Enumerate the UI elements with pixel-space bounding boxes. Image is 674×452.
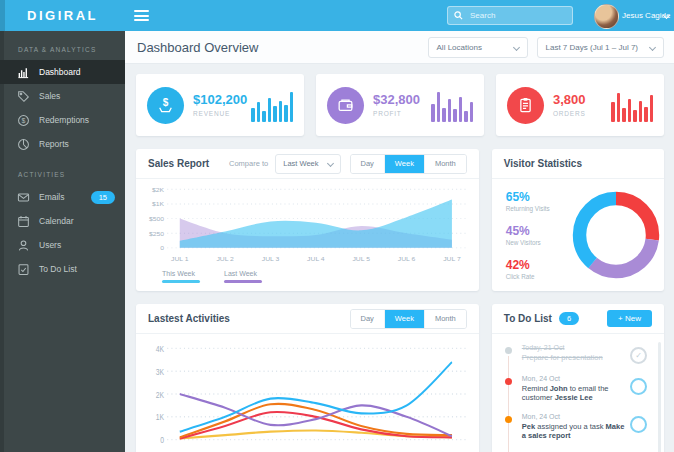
stat-value: $32,800 [373,93,420,107]
svg-text:JUL 5: JUL 5 [352,255,370,262]
sidebar-item-label: Emails [39,192,65,202]
date-range-select[interactable]: Last 7 Days (Jul 1 – Jul 7) [537,37,664,58]
svg-text:$500: $500 [149,215,165,222]
sidebar-item-calendar[interactable]: Calendar [0,209,125,233]
svg-text:$2K: $2K [152,186,165,193]
legend-label: This Week [162,270,200,277]
sidebar-item-reports[interactable]: Reports [0,132,125,156]
todo-icon [17,263,30,276]
search-input[interactable] [468,10,566,21]
todo-body: Mon, 24 OctPek assigned you a task Make … [522,413,630,440]
metric-percentage: 65% [506,191,568,203]
metric-label: Click Rate [506,273,568,280]
chevron-down-icon [649,43,656,50]
activities-tab-month[interactable]: Month [424,310,466,328]
user-avatar[interactable] [594,4,619,29]
sidebar-item-label: Dashboard [39,67,81,77]
sales-tab-week[interactable]: Week [384,155,424,173]
svg-text:0: 0 [160,245,164,252]
todo-body: Mon, 24 OctRemind John to email the cust… [522,375,630,402]
chevron-down-icon [512,43,519,50]
todo-list: Today, 21 OctPrepare for presentation✓Mo… [492,334,664,452]
sidebar-item-users[interactable]: Users [0,233,125,257]
svg-text:0: 0 [160,435,164,445]
sidebar-section-label: DATA & ANALYTICS [0,31,125,60]
sidebar: DATA & ANALYTICSDashboardSales$Redemptio… [0,31,125,452]
todo-title: To Do List 6 [504,312,579,325]
sidebar-section-label: ACTIVITIES [0,156,125,185]
svg-text:$: $ [163,97,169,108]
activities-chart-svg: 4K3K2K1K0JUL 1JUL 2JUL 3JUL 4JUL 5JUL 6J… [140,337,471,452]
sales-report-title: Sales Report [148,158,209,169]
todo-status-dot [505,347,512,354]
latest-activities-title: Lastest Activities [148,313,230,324]
metric-label: New Visitors [506,239,568,246]
sidebar-item-dashboard[interactable]: Dashboard [0,60,125,84]
location-filter-select[interactable]: All Locations [428,37,528,58]
legend-label: Last Week [224,270,262,277]
sales-tab-month[interactable]: Month [424,155,466,173]
legend-item-this-week: This Week [162,270,200,283]
svg-text:JUL 6: JUL 6 [398,255,416,262]
stat-card-orders: 3,800ORDERS [496,74,664,136]
envelope-icon [17,191,30,204]
sales-tab-day[interactable]: Day [351,155,384,173]
stat-sparkline [251,89,293,122]
todo-text: Prepare for presentation [522,353,603,362]
search-icon [454,11,463,20]
sales-report-card: Sales Report Compare to Last Week DayWee… [136,149,479,291]
svg-text:$1K: $1K [152,201,165,208]
visitor-statistics-title: Visitor Statistics [504,158,582,169]
new-todo-button[interactable]: + New [607,310,652,327]
sidebar-item-label: To Do List [39,264,77,274]
sales-chart-svg: $2K$1K$500$2500JUL 1JUL 2JUL 3JUL 4JUL 5… [140,182,471,268]
todo-text: Remind John to email the customer Jessie… [522,384,630,402]
sales-legend: This WeekLast Week [136,268,479,291]
todo-status-dot [505,378,512,385]
search-box[interactable] [447,6,573,25]
pie-chart-icon [17,138,30,151]
todo-checked-icon[interactable]: ✓ [630,347,647,364]
latest-activities-card: Lastest Activities DayWeekMonth 4K3K2K1K… [136,304,479,452]
visitor-metric-new-visitors: 45%New Visitors [506,225,568,246]
location-filter-value: All Locations [437,43,482,52]
activities-tab-day[interactable]: Day [351,310,384,328]
bar-chart-icon [17,66,30,79]
activities-chart: 4K3K2K1K0JUL 1JUL 2JUL 3JUL 4JUL 5JUL 6J… [136,334,479,452]
sidebar-item-emails[interactable]: Emails15 [0,185,125,209]
page-title: Dashboard Overview [137,40,258,55]
todo-status-dot [505,416,512,423]
sales-chart: $2K$1K$500$2500JUL 1JUL 2JUL 3JUL 4JUL 5… [136,179,479,268]
activities-range-tabs: DayWeekMonth [350,309,467,329]
visitor-metric-click-rate: 42%Click Rate [506,259,568,280]
sidebar-item-label: Reports [39,139,69,149]
hamburger-menu-icon[interactable] [134,10,149,21]
todo-date: Today, 21 Oct [522,344,603,351]
svg-text:JUL 2: JUL 2 [216,255,234,262]
svg-text:$: $ [22,116,26,123]
sidebar-item-redemptions[interactable]: $Redemptions [0,108,125,132]
compare-to-value: Last Week [283,159,318,168]
todo-checkbox[interactable] [630,378,647,395]
sidebar-item-to-do-list[interactable]: To Do List [0,257,125,281]
sidebar-item-sales[interactable]: Sales [0,84,125,108]
svg-text:JUL 3: JUL 3 [262,255,280,262]
stat-sparkline [611,89,653,122]
todo-body: Today, 21 OctPrepare for presentation [522,344,603,364]
app-logo: DIGIRAL [0,8,125,23]
todo-scrollbar[interactable] [658,342,661,452]
sidebar-badge: 15 [91,191,115,204]
stat-label: ORDERS [553,110,586,117]
compare-to-label: Compare to [229,159,268,168]
svg-text:2K: 2K [156,390,165,400]
stat-card-revenue: $$102,200REVENUE [136,74,304,136]
tag-icon [17,90,30,103]
activities-tab-week[interactable]: Week [384,310,424,328]
todo-checkbox[interactable] [630,416,647,433]
sidebar-item-label: Calendar [39,216,74,226]
todo-item: Today, 21 OctPrepare for presentation✓ [505,339,655,370]
svg-text:1K: 1K [156,412,165,422]
stat-sparkline [431,89,473,122]
compare-to-select[interactable]: Last Week [275,154,340,174]
stat-label: REVENUE [193,110,247,117]
